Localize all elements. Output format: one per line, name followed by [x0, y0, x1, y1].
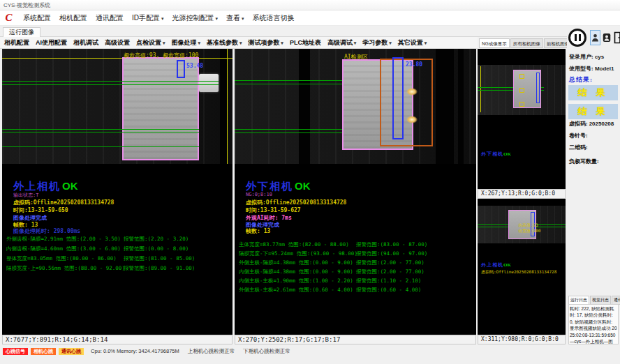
pause-icon — [579, 34, 581, 41]
gauge-roi-box — [392, 57, 404, 139]
menu-language-switch[interactable]: 系统语言切换 — [252, 13, 294, 23]
measurement-row: 整体宽度=83.05mm 范围:(80.00 - 86.00) 报警范围:(81… — [6, 255, 231, 263]
small-view-1-status: X:267;Y:13;R:0;G:0;B:0 — [478, 189, 566, 199]
virtual-code-text: 虚拟码:Offline20250208133134728 — [481, 269, 556, 275]
result-box-2: 结 果 — [568, 104, 618, 119]
measure-line-green — [2, 84, 219, 85]
small-view-1[interactable]: 外下相机OK — [478, 49, 566, 189]
measurement-row: 外侧主极-主极=2.61mm 范围:(0.60 - 4.00) 报警范围:(0.… — [239, 287, 475, 294]
titlebar: CYS-视觉检测系统 — [0, 0, 620, 10]
alarm-range-text: 报警范围:(89.00 - 91.00) — [124, 265, 195, 272]
tool-camera-debug[interactable]: 相机调试 — [73, 38, 98, 47]
reflection-glow — [406, 116, 418, 123]
tab-ng-display[interactable]: NG成像显示 — [479, 38, 510, 48]
measurement-text: 隔膜宽度-下=95.24mm 范围:(93.00 - 98.00) — [239, 250, 357, 257]
tool-plc-address[interactable]: PLC地址表 — [290, 38, 321, 47]
total-result-label: 总结果: — [569, 75, 593, 84]
baseline-yellow-v — [227, 49, 228, 164]
camera-heartbeat-badge: 相机心跳 — [31, 348, 56, 355]
mid-camera-image[interactable]: AI检测区 23.80 — [235, 49, 476, 164]
user-login-button[interactable] — [590, 30, 600, 45]
model-label: 使用型号: — [569, 66, 593, 72]
tab-run-image[interactable]: 运行图像 — [3, 27, 40, 37]
model-value[interactable]: Model1 — [595, 66, 614, 72]
menu-view[interactable]: 查看 — [226, 13, 244, 23]
measurement-row: 主体宽度=83.77mm 范围:(82.00 - 88.00) 报警范围:(83… — [239, 241, 475, 249]
mid-pixel-status: X:270;Y:2502;R:17;G:17;B:17 — [235, 335, 476, 344]
measure-line-green — [2, 132, 199, 132]
mid-camera-panel: AI检测区 23.80 外下相机OK NG:0;B:10 虚拟码:Offline… — [235, 49, 476, 335]
app-window: CYS-视觉检测系统 C 系统配置 相机配置 通讯配置 ID手配置 光源控制配置… — [0, 0, 620, 364]
menu-system-config[interactable]: 系统配置 — [23, 13, 51, 23]
tooth-marker — [519, 88, 524, 93]
overlay-annotation: 极齿高值:93, 极齿宽值:100 — [124, 52, 198, 59]
overlay-annotation: 齿宽值:100 — [518, 228, 540, 234]
virtual-code-text: 虚拟码:Offline20250208133134728 — [246, 199, 346, 206]
small-view-2[interactable]: 齿高值:93 齿宽值:100 外上相机OK 虚拟码:Offline2025020… — [478, 199, 566, 335]
menu-comm-config[interactable]: 通讯配置 — [96, 13, 124, 23]
gauge-value-label: 53.48 — [186, 63, 203, 69]
needle-number-label: 卷针号: — [569, 132, 588, 139]
tool-advanced-debug[interactable]: 高级调试 — [327, 38, 356, 47]
user-profile-button[interactable] — [602, 31, 611, 44]
gauge-roi-box — [177, 60, 185, 78]
camera-name: 外上相机 — [481, 262, 503, 268]
log-output[interactable]: 耗时: 222, 缺陷检测耗时: 17, 缺陷分类耗时: 0, 缺陷视频分区耗时… — [568, 304, 619, 344]
upper-camera-heartbeat-text: 上相机心跳检测正常 — [188, 348, 235, 355]
pause-button[interactable] — [568, 29, 586, 47]
processing-time-text: 图像处理耗时: 298.00ms — [13, 227, 80, 235]
tooth-marker — [519, 74, 524, 79]
comm-heartbeat-badge: 通讯心跳 — [59, 348, 84, 355]
camera-name: 外下相机 — [481, 151, 503, 157]
virtual-code-text: 虚拟码:Offline20250208133134728 — [13, 199, 114, 206]
tab-all-cameras[interactable]: 所有相机图像 — [510, 38, 543, 48]
heartbeat-badge: 心跳信号 — [3, 348, 28, 355]
small-view-caption: 外下相机OK — [481, 151, 511, 158]
camera-name: 外下相机 — [246, 181, 293, 192]
login-user-row: 登录用户: cys — [569, 53, 604, 61]
tool-camera-config[interactable]: 相机配置 — [4, 38, 29, 47]
exit-button[interactable] — [612, 30, 620, 45]
side-panel: 登录用户: cys 使用型号: Model1 总结果: 结 果 结 果 虚拟码:… — [567, 26, 620, 345]
part-connector — [199, 74, 219, 92]
qr-code-field: 二维码: — [569, 144, 588, 151]
time-text: 时间:13-31-59-650 — [13, 206, 68, 214]
virtual-code-field: 虚拟码: 20250208 — [569, 120, 614, 128]
result-box-1: 结 果 — [568, 85, 618, 100]
gauge-value-label: 23.80 — [406, 61, 422, 68]
gauge-roi-box — [536, 73, 540, 103]
tool-ai-use-config[interactable]: AI使用配置 — [36, 38, 67, 47]
bottom-statusbar: 心跳信号 相机心跳 通讯心跳 Cpu: 0.0% Memory: 3424.41… — [0, 347, 620, 356]
alarm-range-text: 报警范围:(0.60 - 4.00) — [356, 287, 421, 294]
needle-number-field: 卷针号: — [569, 132, 588, 139]
frame-count-text: 帧数: 13 — [246, 227, 270, 235]
measure-line-green — [2, 81, 219, 82]
menu-id-config[interactable]: ID手配置 — [132, 13, 163, 23]
tool-learning-params[interactable]: 学习参数 — [362, 38, 391, 47]
small-view-2-status: X:311;Y:980;R:0;G:0;B:0 — [478, 335, 566, 344]
small-view-caption: 外上相机OK — [481, 261, 511, 268]
tool-spot-check[interactable]: 点检设置 — [136, 38, 165, 47]
logout-door-icon — [613, 31, 620, 44]
measurement-text: 主体宽度=83.77mm 范围:(82.00 - 88.00) — [239, 241, 349, 248]
left-camera-image[interactable]: 53.48 极齿高值:93, 极齿宽值:100 — [2, 49, 232, 164]
machine-column — [220, 49, 227, 164]
tool-test-params[interactable]: 测试项参数 — [248, 38, 283, 47]
measurement-text: 整体宽度=83.05mm 范围:(80.00 - 86.00) — [6, 255, 117, 261]
alarm-range-text: 报警范围:(81.00 - 85.00) — [124, 255, 195, 262]
tool-advanced-settings[interactable]: 高级设置 — [105, 38, 130, 47]
measure-line-green — [2, 129, 199, 130]
measurement-text: 内侧主极-隔膜=4.38mm 范围:(0.00 - 9.00) — [239, 268, 353, 275]
measurement-row: 内侧主极-隔膜=4.38mm 范围:(0.00 - 9.00) 报警范围:(2.… — [239, 268, 475, 276]
measurement-text: 外侧主极-隔膜=4.38mm 范围:(0.00 - 9.00) — [239, 259, 353, 266]
menu-camera-config[interactable]: 相机配置 — [59, 13, 87, 23]
result-ok-text: OK — [295, 180, 311, 192]
tool-other-settings[interactable]: 其它设置 — [398, 38, 427, 47]
cpu-memory-text: Cpu: 0.0% Memory: 3424.41796875M — [91, 348, 179, 354]
menu-light-config[interactable]: 光源控制配置 — [172, 13, 217, 23]
tool-image-processing[interactable]: 图像处理 — [171, 38, 200, 47]
alarm-range-text: 报警范围:(94.00 - 97.00) — [356, 250, 427, 257]
tool-baseline-params[interactable]: 基准线参数 — [207, 38, 242, 47]
measure-line-green — [2, 146, 199, 147]
measurement-row: 内侧齿根-隔膜=4.60mm 范围:(3.00 - 6.00) 报警范围:(0.… — [6, 245, 231, 253]
